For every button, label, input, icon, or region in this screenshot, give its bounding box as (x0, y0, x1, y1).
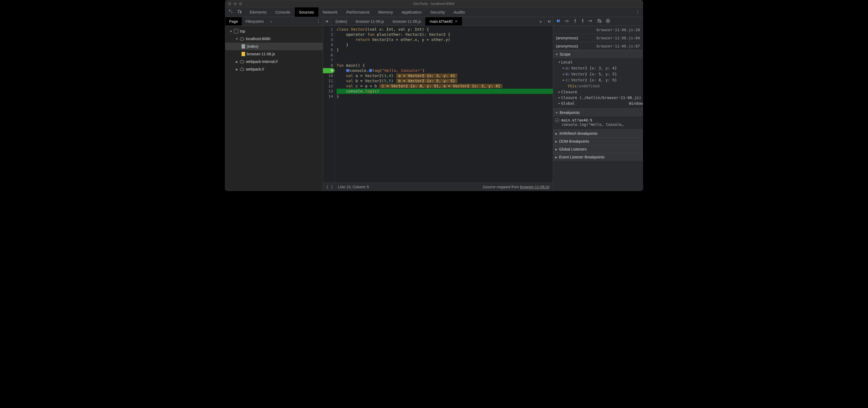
step-into-icon[interactable] (573, 19, 577, 24)
scope-closure-file[interactable]: Closure (./kotlin/browser-11-06.js) (553, 95, 643, 100)
breakpoint-preview: console.log("Hello, Console… (555, 122, 641, 127)
stack-frame[interactable]: browser-11-06.js:20 (553, 26, 643, 34)
scope-local[interactable]: Local (553, 59, 643, 65)
inspect-icon[interactable] (228, 9, 234, 15)
file-icon (242, 44, 245, 49)
breakpoint-marker[interactable]: 9 (323, 68, 333, 73)
body: Page Filesystem » ⋮ ▼ top ▼ localhost:80… (225, 17, 643, 191)
breakpoint-item[interactable]: ✓ main.kt?ae40:9 (555, 118, 641, 122)
tab-network[interactable]: Network (318, 7, 342, 17)
gutter[interactable]: 12345678 9 1011121314 (323, 26, 335, 183)
file-tabs-overflow-icon[interactable]: » (536, 19, 545, 24)
code-editor[interactable]: 12345678 9 1011121314 class Vector2(val … (323, 26, 553, 183)
step-out-icon[interactable] (581, 19, 585, 24)
tree-top-label: top (240, 29, 245, 33)
tab-security[interactable]: Security (426, 7, 449, 17)
scope-var[interactable]: c: Vector2 {x: 8, y: 9} (553, 77, 643, 83)
tab-application[interactable]: Application (397, 7, 426, 17)
tab-console[interactable]: Console (271, 7, 295, 17)
tree-file-index[interactable]: (index) (225, 42, 323, 50)
stack-frame[interactable]: (anonymous) browser-11-06.js:84 (553, 34, 643, 42)
stack-frame[interactable]: (anonymous) browser-11-06.js:87 (553, 42, 643, 50)
navtab-more-icon[interactable]: » (268, 17, 275, 26)
tab-performance[interactable]: Performance (342, 7, 374, 17)
window-title: DevTools - localhost:8080/ (413, 2, 455, 6)
breakpoint-checkbox[interactable]: ✓ (555, 118, 559, 122)
tree-webpack-internal[interactable]: ▶ webpack-internal:// (225, 58, 323, 65)
devtools-window: DevTools - localhost:8080/ Elements Cons… (225, 0, 643, 191)
tree-file-browserjs[interactable]: browser-11-06.js (225, 50, 323, 58)
global-listeners-header[interactable]: ▶Global Listeners (553, 146, 643, 153)
xhr-header[interactable]: ▶XHR/fetch Breakpoints (553, 130, 643, 137)
inline-value: c = Vector2 {x: 8, y: 9}, a = Vector2 {x… (379, 84, 502, 88)
inline-value: a = Vector2 {x: 3, y: 4} (396, 73, 458, 78)
minimize-dot[interactable] (234, 2, 237, 5)
pause-exceptions-icon[interactable] (606, 19, 610, 24)
file-tab-label: browser-11-06.js (393, 19, 421, 24)
sidebar: Page Filesystem » ⋮ ▼ top ▼ localhost:80… (225, 17, 323, 191)
tab-sources[interactable]: Sources (295, 7, 318, 17)
toolbar-more-icon[interactable]: ⋮ (633, 7, 643, 17)
cloud-icon (240, 67, 244, 71)
cloud-icon (240, 37, 244, 41)
tree-host-label: localhost:8080 (246, 37, 270, 41)
breakpoints-section: ▼Breakpoints ✓ main.kt?ae40:9 console.lo… (553, 108, 643, 129)
event-listener-header[interactable]: ▶Event Listener Breakpoints (553, 153, 643, 161)
step-icon[interactable] (588, 19, 593, 24)
file-tab-browser2[interactable]: browser-11-06.js (389, 17, 425, 26)
svg-point-1 (567, 22, 567, 22)
file-tab-label: browser-11-06.js (356, 19, 384, 24)
scope-header[interactable]: ▼Scope (553, 51, 643, 58)
debugger-controls (553, 17, 643, 26)
file-tab-label: main.kt?ae40 (430, 19, 453, 24)
tree-label: webpack:// (246, 67, 264, 71)
device-toggle-icon[interactable] (237, 9, 242, 15)
panel-tabs: Elements Console Sources Network Perform… (245, 7, 633, 17)
scope-this[interactable]: this: undefined (553, 83, 643, 89)
tree-file-label: browser-11-06.js (247, 52, 275, 56)
tree-top[interactable]: ▼ top (225, 27, 323, 35)
tab-audits[interactable]: Audits (449, 7, 469, 17)
scope-var[interactable]: b: Vector2 {x: 5, y: 5} (553, 71, 643, 77)
tab-elements[interactable]: Elements (245, 7, 271, 17)
svg-rect-6 (607, 20, 608, 22)
scope-var[interactable]: a: Vector2 {x: 3, y: 4} (553, 65, 643, 71)
window-controls[interactable] (228, 2, 242, 5)
close-tab-icon[interactable]: ✕ (455, 19, 458, 23)
file-tabs-nav2-icon[interactable] (545, 19, 553, 24)
cloud-icon (240, 59, 244, 64)
file-tabs: (index) browser-11-06.js browser-11-06.j… (323, 17, 553, 26)
scope-global[interactable]: GlobalWindow (553, 100, 643, 106)
status-bar: { } Line 13, Column 5 (source mapped fro… (323, 183, 553, 191)
format-icon[interactable]: { } (326, 185, 333, 189)
file-tab-index[interactable]: (index) (331, 17, 351, 26)
step-over-icon[interactable] (564, 19, 569, 24)
navtab-menu-icon[interactable]: ⋮ (314, 17, 323, 26)
source-map-link[interactable]: browser-11-06.js (520, 185, 548, 189)
global-listeners-section: ▶Global Listeners (553, 145, 643, 153)
tree-webpack[interactable]: ▶ webpack:// (225, 65, 323, 73)
debugger-pane: browser-11-06.js:20 (anonymous) browser-… (553, 17, 643, 191)
dom-header[interactable]: ▶DOM Breakpoints (553, 137, 643, 145)
navtab-page[interactable]: Page (225, 17, 242, 26)
scope-section: ▼Scope Local a: Vector2 {x: 3, y: 4} b: … (553, 50, 643, 108)
zoom-dot[interactable] (239, 2, 242, 5)
tree-host[interactable]: ▼ localhost:8080 (225, 35, 323, 42)
file-tab-browser1[interactable]: browser-11-06.js (351, 17, 389, 26)
sidebar-navtabs: Page Filesystem » ⋮ (225, 17, 323, 26)
deactivate-breakpoints-icon[interactable] (597, 19, 602, 24)
svg-point-4 (588, 21, 589, 22)
file-tab-mainkt[interactable]: main.kt?ae40 ✕ (425, 17, 462, 26)
stack-fn: (anonymous) (556, 36, 578, 40)
code-lines[interactable]: class Vector2(val x: Int, val y: Int) { … (335, 26, 553, 183)
tab-memory[interactable]: Memory (374, 7, 397, 17)
stack-fn: (anonymous) (556, 44, 578, 48)
file-tabs-nav-icon[interactable] (323, 17, 331, 26)
tree-file-label: (index) (247, 44, 258, 49)
breakpoints-header[interactable]: ▼Breakpoints (553, 109, 643, 116)
navtab-filesystem[interactable]: Filesystem (242, 17, 268, 26)
resume-icon[interactable] (556, 19, 561, 24)
close-dot[interactable] (228, 2, 231, 5)
cursor-position: Line 13, Column 5 (338, 185, 369, 189)
scope-closure[interactable]: Closure (553, 89, 643, 95)
